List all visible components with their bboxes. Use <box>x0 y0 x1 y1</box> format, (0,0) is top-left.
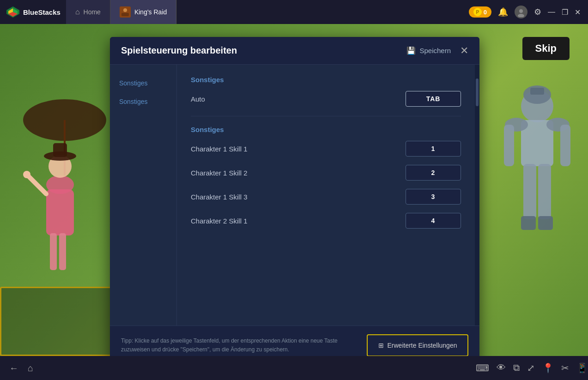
tab-home-label: Home <box>84 8 101 16</box>
coin-count: 0 <box>484 9 487 16</box>
fullscreen-icon[interactable]: ⤢ <box>527 362 535 374</box>
key-button-tab[interactable]: TAB <box>406 91 461 107</box>
avatar[interactable] <box>515 6 527 18</box>
control-label-skill-1-2: Charakter 1 Skill 2 <box>191 169 406 177</box>
control-row-auto: Auto TAB <box>191 91 461 107</box>
window-close-button[interactable]: ✕ <box>575 8 581 17</box>
scissors-icon[interactable]: ✂ <box>561 362 569 374</box>
back-icon[interactable]: ← <box>9 363 18 374</box>
bluestacks-logo-icon <box>6 6 20 18</box>
phone-icon[interactable]: 📱 <box>576 362 588 374</box>
bluestacks-logo: BlueStacks <box>0 6 66 18</box>
settings-icon[interactable]: ⚙ <box>534 7 541 17</box>
coin-badge: P 0 <box>469 6 491 18</box>
minimize-button[interactable]: — <box>548 8 555 16</box>
tab-game-label: King's Raid <box>134 8 167 16</box>
section-1-title: Sonstiges <box>191 76 461 84</box>
modal-body: Sonstiges Sonstiges Sonstiges Auto TAB S… <box>110 65 479 326</box>
modal-dialog: Spielsteuerung bearbeiten 💾 Speichern ✕ … <box>110 37 479 365</box>
titlebar: BlueStacks ⌂ Home King's Raid P 0 🔔 ⚙ — … <box>0 0 588 24</box>
control-label-skill-1-1: Charakter 1 Skill 1 <box>191 145 406 153</box>
sidebar-item-2[interactable]: Sonstiges <box>110 92 176 111</box>
modal-title: Spielsteuerung bearbeiten <box>121 45 406 56</box>
tab-home[interactable]: ⌂ Home <box>66 0 110 24</box>
key-button-3[interactable]: 3 <box>406 189 461 205</box>
home-taskbar-icon[interactable]: ⌂ <box>28 363 33 374</box>
notification-icon[interactable]: 🔔 <box>498 7 508 17</box>
keyboard-icon[interactable]: ⌨ <box>476 362 489 374</box>
svg-point-28 <box>123 8 127 12</box>
titlebar-right: P 0 🔔 ⚙ — ❐ ✕ <box>469 6 588 18</box>
save-icon: 💾 <box>406 46 416 55</box>
section-divider <box>191 116 461 116</box>
modal-header: Spielsteuerung bearbeiten 💾 Speichern ✕ <box>110 37 479 65</box>
sidebar-item-1[interactable]: Sonstiges <box>110 74 176 92</box>
control-row-skill-1-2: Charakter 1 Skill 2 2 <box>191 165 461 181</box>
control-row-skill-1-1: Charakter 1 Skill 1 1 <box>191 141 461 157</box>
modal-content: Sonstiges Auto TAB Sonstiges Charakter 1… <box>177 65 475 326</box>
modal-close-button[interactable]: ✕ <box>460 46 468 56</box>
key-button-2[interactable]: 2 <box>406 165 461 181</box>
tab-game[interactable]: King's Raid <box>110 0 176 24</box>
bluestacks-label: BlueStacks <box>23 8 61 16</box>
maximize-button[interactable]: ❐ <box>562 8 568 17</box>
control-label-skill-1-3: Charakter 1 Skill 3 <box>191 193 406 201</box>
key-button-1[interactable]: 1 <box>406 141 461 157</box>
key-button-4[interactable]: 4 <box>406 213 461 229</box>
taskbar: ← ⌂ ⌨ 👁 ⧉ ⤢ 📍 ✂ 📱 <box>0 356 588 380</box>
save-label: Speichern <box>419 47 451 54</box>
advanced-settings-button[interactable]: ⊞ Erweiterte Einstellungen <box>367 334 468 356</box>
taskbar-center: ⌨ 👁 ⧉ ⤢ 📍 ✂ 📱 <box>476 362 588 374</box>
control-row-skill-1-3: Charakter 1 Skill 3 3 <box>191 189 461 205</box>
save-button[interactable]: 💾 Speichern <box>406 46 451 55</box>
location-icon[interactable]: 📍 <box>542 362 554 374</box>
home-icon: ⌂ <box>75 8 80 16</box>
control-label-skill-2-1: Charakter 2 Skill 1 <box>191 217 406 225</box>
advanced-label: Erweiterte Einstellungen <box>388 342 457 349</box>
tip-text: Tipp: Klicke auf das jeweilige Tastenfel… <box>121 337 358 354</box>
section-2-title: Sonstiges <box>191 126 461 133</box>
multi-instance-icon[interactable]: ⧉ <box>513 362 520 374</box>
svg-rect-29 <box>121 13 129 16</box>
coin-icon: P <box>473 8 482 16</box>
scrollbar[interactable] <box>475 65 479 326</box>
svg-point-31 <box>519 9 523 13</box>
tab-game-icon <box>120 6 131 18</box>
scrollbar-thumb[interactable] <box>476 78 479 106</box>
modal-overlay: Spielsteuerung bearbeiten 💾 Speichern ✕ … <box>0 24 588 380</box>
control-label-auto: Auto <box>191 95 406 103</box>
taskbar-left: ← ⌂ <box>0 363 33 374</box>
eye-icon[interactable]: 👁 <box>497 362 506 374</box>
control-row-skill-2-1: Charakter 2 Skill 1 4 <box>191 213 461 229</box>
modal-sidebar: Sonstiges Sonstiges <box>110 65 177 326</box>
advanced-icon: ⊞ <box>378 342 384 349</box>
